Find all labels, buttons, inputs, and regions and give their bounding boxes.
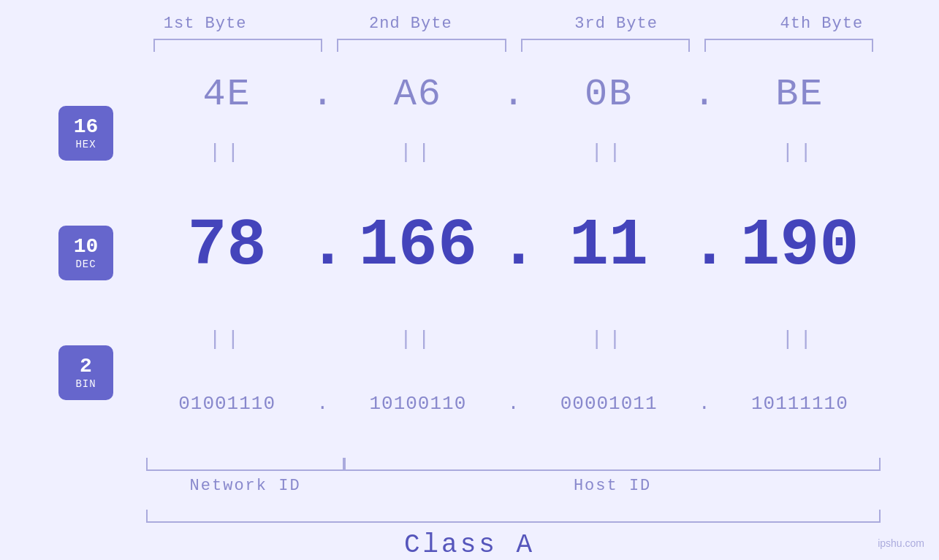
- dec-row: 78 . 166 . 11 . 190: [146, 167, 881, 325]
- bin-value-4: 10111110: [751, 393, 848, 415]
- bottom-labels: Network ID Host ID: [146, 477, 881, 495]
- equals-1-4: ||: [719, 141, 881, 164]
- byte4-header: 4th Byte: [719, 15, 924, 33]
- top-bracket-row: [146, 39, 881, 52]
- class-bracket: [146, 510, 881, 523]
- bottom-section: Network ID Host ID: [146, 458, 881, 495]
- equals-2-2: ||: [337, 328, 498, 350]
- byte1-header: 1st Byte: [102, 15, 308, 33]
- hex-value-4: BE: [775, 73, 824, 116]
- equals-2-1: ||: [146, 328, 308, 350]
- bin-badge-number: 2: [80, 356, 92, 378]
- bin-row: 01001110 . 10100110 . 00001011 .: [146, 354, 881, 454]
- hex-badge-label: HEX: [75, 139, 96, 150]
- dec-dot-3: .: [690, 209, 719, 283]
- equals-row-1: || || || ||: [146, 138, 881, 167]
- hex-cell-1: 4E: [146, 73, 308, 116]
- top-bracket-4: [704, 39, 873, 52]
- bin-dot-1: .: [308, 393, 337, 415]
- dec-badge-number: 10: [74, 236, 99, 258]
- hex-value-2: A6: [394, 73, 442, 116]
- hex-value-1: 4E: [202, 73, 251, 116]
- dec-cell-2: 166: [337, 209, 498, 283]
- hex-dot-2: .: [499, 73, 528, 116]
- bin-value-3: 00001011: [560, 393, 658, 415]
- host-id-label: Host ID: [344, 477, 881, 495]
- bin-dot-2: .: [499, 393, 528, 415]
- bin-cell-2: 10100110: [337, 393, 498, 415]
- dec-dot-2: .: [499, 209, 528, 283]
- hex-cell-2: A6: [337, 73, 498, 116]
- bin-cell-3: 00001011: [528, 393, 690, 415]
- network-id-label: Network ID: [146, 477, 344, 495]
- dec-value-2: 166: [359, 209, 477, 283]
- hex-row: 4E . A6 . 0B . BE: [146, 52, 881, 138]
- bin-cell-4: 10111110: [719, 393, 881, 415]
- dec-dot-1: .: [308, 209, 337, 283]
- dec-badge: 10 DEC: [58, 226, 113, 280]
- bin-value-2: 10100110: [369, 393, 466, 415]
- hex-badge-number: 16: [74, 116, 99, 139]
- class-label: Class A: [58, 530, 881, 560]
- bin-value-1: 01001110: [178, 393, 275, 415]
- bin-cell-1: 01001110: [146, 393, 308, 415]
- watermark: ipshu.com: [878, 537, 924, 549]
- hex-value-3: 0B: [585, 73, 633, 116]
- dec-badge-label: DEC: [75, 258, 96, 270]
- top-bracket-3: [521, 39, 690, 52]
- byte-headers: 1st Byte 2nd Byte 3rd Byte 4th Byte: [102, 15, 924, 33]
- dec-value-3: 11: [569, 209, 648, 283]
- dec-cell-3: 11: [528, 209, 690, 283]
- equals-row-2: || || || ||: [146, 325, 881, 354]
- hex-badge: 16 HEX: [58, 106, 113, 161]
- bin-badge: 2 BIN: [58, 345, 113, 400]
- dec-value-1: 78: [188, 209, 267, 283]
- byte2-header: 2nd Byte: [308, 15, 513, 33]
- bottom-brackets: [146, 458, 881, 471]
- values-grid: 4E . A6 . 0B . BE: [146, 52, 881, 454]
- hex-cell-4: BE: [719, 73, 881, 116]
- host-bracket: [344, 458, 881, 471]
- byte3-header: 3rd Byte: [514, 15, 719, 33]
- main-container: 1st Byte 2nd Byte 3rd Byte 4th Byte 16 H…: [0, 0, 939, 560]
- equals-2-4: ||: [719, 328, 881, 350]
- badges-column: 16 HEX 10 DEC 2 BIN: [58, 52, 146, 454]
- network-bracket: [146, 458, 344, 471]
- bin-badge-label: BIN: [75, 378, 96, 390]
- hex-cell-3: 0B: [528, 73, 690, 116]
- equals-1-3: ||: [528, 141, 690, 164]
- hex-dot-1: .: [308, 73, 337, 116]
- hex-dot-3: .: [690, 73, 719, 116]
- equals-1-2: ||: [337, 141, 498, 164]
- top-bracket-2: [337, 39, 506, 52]
- equals-2-3: ||: [528, 328, 690, 350]
- top-bracket-1: [153, 39, 322, 52]
- dec-cell-1: 78: [146, 209, 308, 283]
- dec-cell-4: 190: [719, 209, 881, 283]
- dec-value-4: 190: [740, 209, 859, 283]
- bin-dot-3: .: [690, 393, 719, 415]
- equals-1-1: ||: [146, 141, 308, 164]
